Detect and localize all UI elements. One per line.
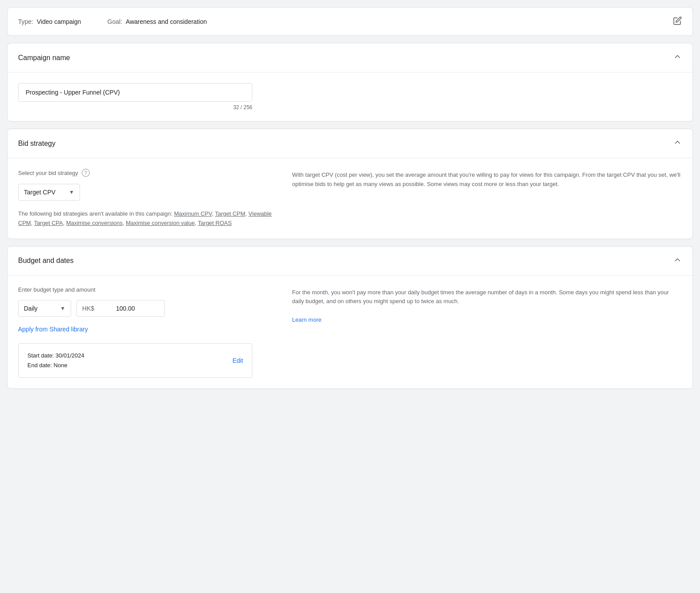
bid-strategy-help-icon[interactable]: ?	[82, 169, 90, 177]
bid-strategy-title: Bid strategy	[18, 140, 55, 148]
maximise-conversion-value-link[interactable]: Maximise conversion value	[126, 220, 195, 226]
learn-more-link[interactable]: Learn more	[292, 316, 321, 323]
bid-strategy-card: Bid strategy Select your bid strategy ? …	[7, 129, 693, 239]
goal-label: Goal:	[107, 18, 122, 25]
budget-dates-title: Budget and dates	[18, 257, 73, 265]
type-value: Video campaign	[37, 18, 81, 25]
campaign-name-chevron-icon[interactable]	[673, 52, 682, 63]
max-cpv-link[interactable]: Maximum CPV	[174, 210, 212, 217]
bid-strategy-chevron-icon[interactable]	[673, 138, 682, 149]
budget-dates-header: Budget and dates	[8, 247, 692, 276]
bid-strategy-body: Select your bid strategy ? Target CPV ▼ …	[8, 158, 692, 239]
campaign-name-body: 32 / 256	[8, 72, 692, 121]
bid-strategy-selected: Target CPV	[24, 189, 56, 196]
target-cpa-link[interactable]: Target CPA	[34, 220, 63, 226]
edit-pencil-button[interactable]	[673, 16, 682, 27]
budget-amount-wrapper: HK$	[76, 300, 165, 317]
bid-strategy-header: Bid strategy	[8, 129, 692, 158]
type-goal-card: Type: Video campaign Goal: Awareness and…	[7, 7, 693, 36]
campaign-name-input[interactable]	[18, 83, 252, 102]
target-cpm-link[interactable]: Target CPM	[215, 210, 245, 217]
bid-strategy-dropdown[interactable]: Target CPV ▼	[18, 184, 80, 201]
type-bar: Type: Video campaign Goal: Awareness and…	[8, 8, 692, 35]
budget-left: Enter budget type and amount Daily ▼ HK$…	[18, 286, 274, 378]
budget-type-amount-label: Enter budget type and amount	[18, 286, 274, 293]
start-date-label: Start date:	[27, 352, 54, 359]
bid-strategy-two-col: Select your bid strategy ? Target CPV ▼ …	[18, 169, 682, 228]
end-date-line: End date: None	[27, 361, 84, 370]
apply-shared-library-link[interactable]: Apply from Shared library	[18, 326, 88, 333]
budget-amount-input[interactable]	[99, 305, 135, 312]
budget-dates-card: Budget and dates Enter budget type and a…	[7, 246, 693, 389]
dates-box: Start date: 30/01/2024 End date: None Ed…	[18, 343, 252, 378]
budget-type-value: Daily	[24, 305, 38, 312]
budget-type-arrow-icon: ▼	[60, 305, 65, 312]
budget-dates-body: Enter budget type and amount Daily ▼ HK$…	[8, 276, 692, 388]
budget-currency: HK$	[82, 305, 94, 312]
bid-strategy-select-label: Select your bid strategy ?	[18, 169, 274, 177]
separator	[91, 18, 97, 25]
budget-dates-chevron-icon[interactable]	[673, 255, 682, 266]
goal-value: Awareness and consideration	[126, 18, 207, 25]
maximise-conversions-link[interactable]: Maximise conversions	[66, 220, 123, 226]
campaign-name-title: Campaign name	[18, 54, 70, 62]
bid-strategy-left: Select your bid strategy ? Target CPV ▼ …	[18, 169, 274, 228]
budget-two-col: Enter budget type and amount Daily ▼ HK$…	[18, 286, 682, 378]
unavailable-strategies-text: The following bid strategies aren't avai…	[18, 209, 274, 228]
char-count: 32 / 256	[18, 104, 252, 110]
bid-strategy-arrow-icon: ▼	[69, 189, 74, 195]
end-date-label: End date:	[27, 362, 52, 369]
dates-text: Start date: 30/01/2024 End date: None	[27, 351, 84, 370]
budget-inputs-row: Daily ▼ HK$	[18, 300, 274, 317]
bid-strategy-right-text: With target CPV (cost per view), you set…	[292, 169, 682, 228]
budget-right-text: For the month, you won't pay more than y…	[292, 286, 682, 378]
type-label: Type:	[18, 18, 33, 25]
dates-edit-button[interactable]: Edit	[232, 357, 243, 364]
campaign-name-header: Campaign name	[8, 43, 692, 72]
target-roas-link[interactable]: Target ROAS	[198, 220, 232, 226]
campaign-name-card: Campaign name 32 / 256	[7, 43, 693, 122]
start-date-line: Start date: 30/01/2024	[27, 351, 84, 361]
budget-type-dropdown[interactable]: Daily ▼	[18, 300, 71, 317]
